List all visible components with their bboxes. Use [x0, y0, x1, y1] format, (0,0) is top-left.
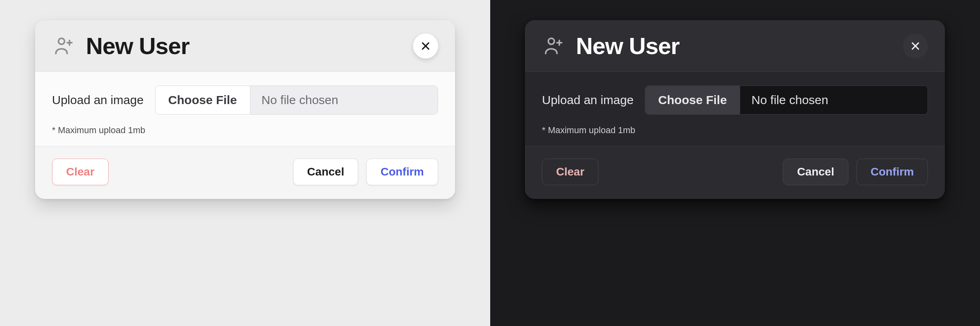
- footer-spacer: [117, 159, 285, 185]
- upload-label: Upload an image: [542, 93, 634, 107]
- new-user-card: New User Upload an image Choose File No …: [35, 20, 455, 199]
- dark-pane: New User Upload an image Choose File No …: [490, 0, 980, 326]
- user-plus-icon: [52, 35, 75, 57]
- card-header: New User: [35, 20, 455, 72]
- clear-button[interactable]: Clear: [52, 159, 109, 185]
- close-icon: [910, 41, 921, 51]
- upload-row: Upload an image Choose File No file chos…: [542, 86, 928, 115]
- choose-file-button[interactable]: Choose File: [645, 86, 740, 114]
- upload-hint: * Maximum upload 1mb: [52, 125, 438, 136]
- new-user-card: New User Upload an image Choose File No …: [525, 20, 945, 199]
- cancel-button[interactable]: Cancel: [783, 159, 848, 185]
- confirm-button[interactable]: Confirm: [856, 159, 928, 185]
- card-header: New User: [525, 20, 945, 72]
- card-body: Upload an image Choose File No file chos…: [35, 72, 455, 146]
- close-icon: [420, 41, 431, 51]
- clear-button[interactable]: Clear: [542, 159, 598, 185]
- file-status: No file chosen: [250, 86, 438, 114]
- footer-spacer: [606, 159, 775, 185]
- svg-point-0: [59, 38, 65, 44]
- file-picker: Choose File No file chosen: [155, 86, 438, 115]
- card-footer: Clear Cancel Confirm: [35, 146, 455, 199]
- dialog-title: New User: [86, 32, 413, 59]
- upload-label: Upload an image: [52, 93, 144, 107]
- dialog-title: New User: [576, 32, 903, 59]
- close-button[interactable]: [413, 33, 438, 59]
- cancel-button[interactable]: Cancel: [293, 159, 359, 185]
- light-pane: New User Upload an image Choose File No …: [0, 0, 490, 326]
- card-footer: Clear Cancel Confirm: [525, 146, 945, 199]
- close-button[interactable]: [903, 33, 928, 59]
- user-plus-icon: [542, 35, 564, 57]
- svg-point-5: [548, 38, 554, 44]
- file-status: No file chosen: [740, 86, 928, 114]
- confirm-button[interactable]: Confirm: [366, 159, 438, 185]
- upload-hint: * Maximum upload 1mb: [542, 125, 928, 136]
- card-body: Upload an image Choose File No file chos…: [525, 72, 945, 146]
- choose-file-button[interactable]: Choose File: [155, 86, 250, 114]
- upload-row: Upload an image Choose File No file chos…: [52, 86, 438, 115]
- file-picker: Choose File No file chosen: [645, 86, 928, 115]
